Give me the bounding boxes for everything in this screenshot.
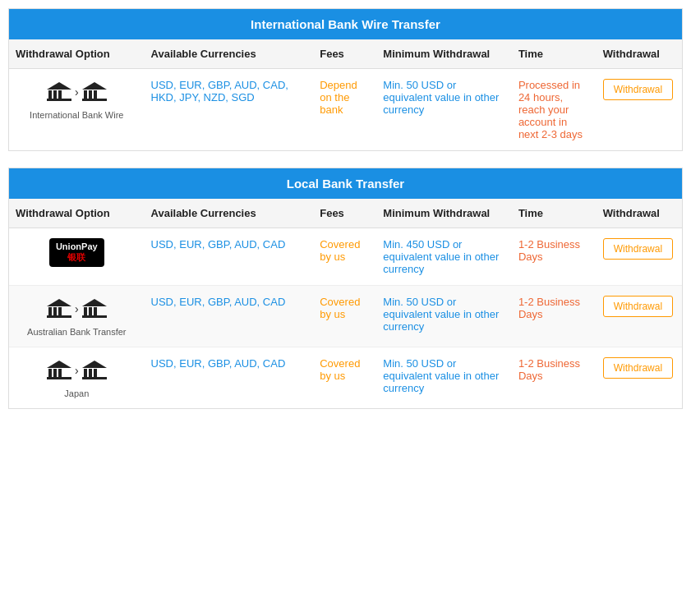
- japan-bank-icon: ›: [46, 357, 108, 384]
- japan-bank-icon-left: [46, 357, 72, 384]
- aus-bank-icon: ›: [46, 296, 108, 322]
- table-row: › International Bank Wire USD, E: [9, 69, 682, 151]
- bank-wire-fees: Depend on the bank: [313, 69, 376, 151]
- col-header-currencies: Available Currencies: [145, 39, 314, 69]
- svg-marker-18: [82, 299, 107, 306]
- unionpay-logo-text: UnionPay银联: [49, 238, 104, 267]
- svg-rect-1: [53, 90, 57, 99]
- local-col-header-time: Time: [512, 199, 597, 228]
- unionpay-logo-container: UnionPay银联: [49, 238, 104, 270]
- japan-currencies: USD, EUR, GBP, AUD, CAD: [145, 347, 314, 409]
- unionpay-time: 1-2 Business Days: [512, 228, 597, 286]
- svg-rect-26: [89, 369, 92, 377]
- arrow-icon: ›: [75, 85, 79, 99]
- local-col-header-option: Withdrawal Option: [9, 199, 145, 228]
- svg-rect-29: [82, 377, 107, 379]
- bank-wire-icon: ›: [46, 79, 108, 105]
- local-col-header-withdrawal: Withdrawal: [597, 199, 682, 228]
- svg-rect-11: [53, 307, 57, 315]
- col-header-time: Time: [512, 39, 597, 69]
- col-header-fees: Fees: [313, 39, 376, 69]
- svg-rect-24: [47, 377, 71, 379]
- aus-withdrawal-button[interactable]: Withdrawal: [603, 296, 673, 317]
- unionpay-fees: Covered by us: [313, 228, 376, 286]
- bank-wire-withdrawal-cell: Withdrawal: [597, 69, 682, 151]
- aus-time: 1-2 Business Days: [512, 286, 597, 347]
- table-row: › Japan USD, EUR, GBP, AUD, CAD: [9, 347, 682, 409]
- aus-withdrawal-cell: Withdrawal: [597, 286, 682, 347]
- svg-rect-7: [94, 90, 97, 99]
- international-header: International Bank Wire Transfer: [9, 9, 682, 39]
- japan-withdrawal-button[interactable]: Withdrawal: [603, 357, 673, 379]
- bank-wire-time: Processed in 24 hours, reach your accoun…: [512, 69, 597, 151]
- svg-marker-8: [82, 82, 107, 90]
- international-table: Withdrawal Option Available Currencies F…: [9, 39, 682, 150]
- bank-wire-label: International Bank Wire: [30, 110, 123, 120]
- japan-bank-option: › Japan: [16, 357, 138, 398]
- svg-rect-14: [47, 315, 71, 318]
- bank-icon-right: [81, 79, 108, 105]
- japan-bank-icon-right: [81, 357, 108, 384]
- col-header-option: Withdrawal Option: [9, 39, 145, 69]
- table-row: UnionPay银联 USD, EUR, GBP, AUD, CAD Cover…: [9, 228, 682, 286]
- local-section: Local Bank Transfer Withdrawal Option Av…: [8, 168, 683, 409]
- international-section: International Bank Wire Transfer Withdra…: [8, 8, 683, 151]
- local-col-header-currencies: Available Currencies: [145, 199, 314, 228]
- japan-min: Min. 50 USD or equivalent value in other…: [376, 347, 512, 409]
- aus-min: Min. 50 USD or equivalent value in other…: [376, 286, 512, 347]
- japan-arrow-icon: ›: [75, 364, 79, 377]
- svg-rect-25: [84, 369, 87, 377]
- local-col-header-min: Minimum Withdrawal: [376, 199, 512, 228]
- svg-marker-3: [47, 82, 71, 90]
- svg-rect-20: [48, 369, 52, 377]
- unionpay-sub-text: 银联: [67, 252, 85, 262]
- svg-rect-27: [94, 369, 97, 377]
- svg-marker-28: [82, 361, 107, 368]
- local-header: Local Bank Transfer: [9, 168, 682, 199]
- aus-bank-label: Australian Bank Transfer: [27, 327, 126, 337]
- local-col-header-fees: Fees: [313, 199, 376, 228]
- bank-wire-currencies: USD, EUR, GBP, AUD, CAD, HKD, JPY, NZD, …: [145, 69, 314, 151]
- unionpay-withdrawal-button[interactable]: Withdrawal: [603, 238, 673, 260]
- option-cell-japan: › Japan: [9, 347, 145, 409]
- aus-arrow-icon: ›: [75, 302, 79, 315]
- svg-rect-21: [53, 369, 57, 377]
- bank-wire-withdrawal-button[interactable]: Withdrawal: [603, 79, 673, 100]
- aus-bank-icon-left: [46, 296, 72, 322]
- svg-rect-9: [82, 99, 107, 101]
- svg-rect-17: [94, 307, 97, 315]
- svg-rect-16: [89, 307, 92, 315]
- svg-rect-15: [84, 307, 87, 315]
- aus-bank-icon-right: [81, 296, 108, 322]
- svg-rect-2: [58, 90, 62, 99]
- col-header-min: Minimum Withdrawal: [376, 39, 512, 69]
- option-cell-aus: › Australian Bank Transfer: [9, 286, 145, 347]
- svg-marker-23: [47, 361, 71, 368]
- unionpay-currencies: USD, EUR, GBP, AUD, CAD: [145, 228, 314, 286]
- japan-time: 1-2 Business Days: [512, 347, 597, 409]
- japan-bank-label: Japan: [64, 388, 89, 398]
- japan-fees: Covered by us: [313, 347, 376, 409]
- bank-icon-left: [46, 79, 72, 105]
- bank-wire-min: Min. 50 USD or equivalent value in other…: [376, 69, 512, 151]
- col-header-withdrawal: Withdrawal: [597, 39, 682, 69]
- aus-fees: Covered by us: [313, 286, 376, 347]
- svg-rect-10: [48, 307, 52, 315]
- svg-rect-5: [84, 90, 87, 99]
- international-header-row: Withdrawal Option Available Currencies F…: [9, 39, 682, 69]
- svg-rect-19: [82, 315, 107, 318]
- aus-bank-option: › Australian Bank Transfer: [16, 296, 138, 337]
- unionpay-min: Min. 450 USD or equivalent value in othe…: [376, 228, 512, 286]
- svg-rect-6: [89, 90, 92, 99]
- unionpay-option: UnionPay银联: [16, 238, 138, 270]
- option-cell-bank-wire: › International Bank Wire: [9, 69, 145, 151]
- option-cell-unionpay: UnionPay银联: [9, 228, 145, 286]
- local-table: Withdrawal Option Available Currencies F…: [9, 199, 682, 408]
- japan-withdrawal-cell: Withdrawal: [597, 347, 682, 409]
- svg-rect-22: [58, 369, 62, 377]
- svg-rect-4: [47, 99, 71, 101]
- local-header-row: Withdrawal Option Available Currencies F…: [9, 199, 682, 228]
- svg-rect-0: [48, 90, 52, 99]
- bank-wire-option: › International Bank Wire: [16, 79, 138, 120]
- aus-currencies: USD, EUR, GBP, AUD, CAD: [145, 286, 314, 347]
